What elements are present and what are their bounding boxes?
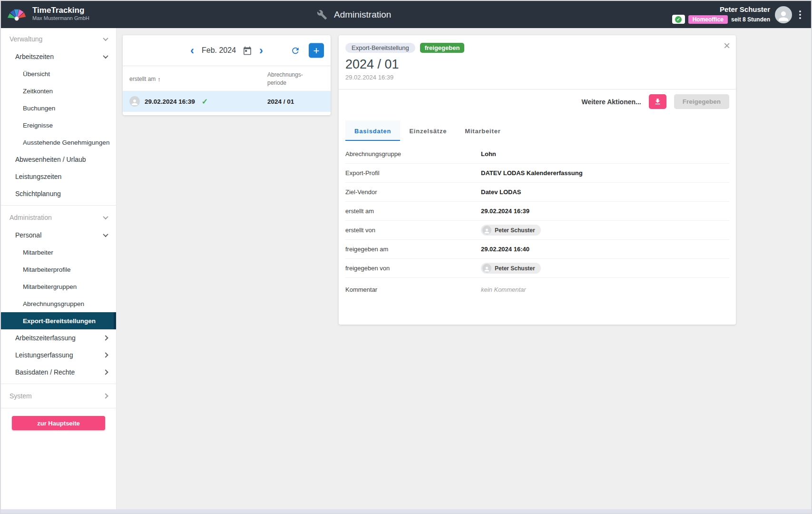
back-to-mainpage-button[interactable]: zur Hauptseite — [12, 416, 105, 430]
calendar-icon — [243, 46, 252, 55]
field-row: erstellt am 29.02.2024 16:39 — [345, 202, 729, 221]
field-row: freigegeben am 29.02.2024 16:40 — [345, 240, 729, 259]
sidebar-item-arbeitszeiten[interactable]: Arbeitszeiten — [1, 48, 116, 65]
person-chip[interactable]: Peter Schuster — [481, 225, 541, 236]
person-icon — [483, 266, 490, 273]
wrench-icon — [317, 10, 327, 20]
more-actions-button[interactable]: Weitere Aktionen... — [581, 98, 641, 106]
sidebar-item-personal[interactable]: Personal — [1, 227, 116, 244]
user-avatar[interactable] — [775, 6, 792, 23]
chevron-down-icon — [103, 53, 108, 59]
tab-mitarbeiter[interactable]: Mitarbeiter — [456, 120, 509, 141]
chevron-down-icon — [103, 232, 108, 237]
chevron-right-icon — [103, 352, 108, 357]
actions-row: Weitere Aktionen... Freigegeben — [339, 89, 736, 114]
chevron-right-icon — [103, 369, 108, 375]
tab-einzelsaetze[interactable]: Einzelsätze — [400, 120, 456, 141]
top-header: TimeTracking Max Mustermann GmbH Adminis… — [1, 1, 811, 28]
export-list-panel: ‹ Feb. 2024 › + — [123, 35, 331, 115]
sidebar-item-export-bereitstellungen[interactable]: Export-Bereitstellungen — [1, 312, 116, 329]
status-duration: seit 8 Stunden — [731, 16, 770, 23]
sidebar-item-leistungserfassung[interactable]: Leistungserfassung — [1, 346, 116, 364]
sidebar-item-schichtplanung[interactable]: Schichtplanung — [1, 185, 116, 202]
sidebar-item-abrechnungsgruppen[interactable]: Abrechnungsgruppen — [1, 295, 116, 312]
user-name: Peter Schuster — [720, 5, 770, 13]
month-label: Feb. 2024 — [202, 46, 236, 55]
chevron-down-icon — [103, 214, 108, 219]
app-logo[interactable]: TimeTracking Max Mustermann GmbH — [7, 3, 89, 23]
calendar-picker-button[interactable] — [243, 46, 252, 55]
sidebar-item-ausstehende-genehmigungen[interactable]: Ausstehende Genehmigungen — [1, 134, 116, 151]
chip-avatar — [482, 226, 491, 235]
sidebar-item-arbeitszeiterfassung[interactable]: Arbeitszeiterfassung — [1, 329, 116, 346]
sidebar: Verwaltung Arbeitszeiten Übersicht Zeitk… — [1, 28, 117, 509]
fan-logo-icon — [7, 3, 28, 23]
download-icon — [654, 98, 662, 106]
sidebar-item-leistungszeiten[interactable]: Leistungszeiten — [1, 168, 116, 185]
field-value: Lohn — [481, 150, 496, 158]
page-title: Administration — [334, 10, 391, 20]
add-export-button[interactable]: + — [309, 43, 324, 58]
sidebar-item-ereignisse[interactable]: Ereignisse — [1, 117, 116, 134]
bottom-scrollbar-track[interactable] — [1, 509, 811, 513]
app-subtitle: Max Mustermann GmbH — [32, 15, 89, 21]
refresh-icon — [291, 46, 300, 55]
field-value-empty: kein Kommentar — [481, 286, 526, 293]
next-month-button[interactable]: › — [258, 46, 264, 55]
field-value: Datev LODAS — [481, 188, 521, 196]
divider — [1, 384, 116, 384]
row-period: 2024 / 01 — [267, 98, 294, 105]
sidebar-section-administration[interactable]: Administration — [1, 208, 116, 227]
tab-basisdaten[interactable]: Basisdaten — [345, 120, 400, 141]
table-header: erstellt am ↑ Abrechnungs- periode — [123, 66, 331, 91]
chevron-right-icon — [103, 335, 108, 340]
freigegeben-button[interactable]: Freigegeben — [674, 94, 729, 109]
person-icon — [130, 98, 139, 107]
person-icon — [776, 9, 791, 23]
column-abrechnungsperiode[interactable]: Abrechnungs- periode — [267, 71, 303, 87]
check-circle-icon: ✓ — [675, 16, 682, 23]
field-value: DATEV LODAS Kalendererfassung — [481, 169, 583, 177]
page-title-group: Administration — [317, 1, 391, 28]
field-row: Abrechnungsgruppe Lohn — [345, 145, 729, 164]
sidebar-item-abwesenheiten-urlaub[interactable]: Abwesenheiten / Urlaub — [1, 151, 116, 168]
prev-month-button[interactable]: ‹ — [189, 46, 195, 55]
close-icon[interactable]: × — [724, 40, 730, 51]
presence-status-button[interactable]: ✓ — [672, 15, 685, 24]
basisdaten-fields: Abrechnungsgruppe Lohn Export-Profil DAT… — [339, 141, 736, 301]
sidebar-section-verwaltung[interactable]: Verwaltung — [1, 30, 116, 48]
user-area: Peter Schuster ✓ Homeoffice seit 8 Stund… — [672, 1, 804, 28]
field-row: erstellt von Peter Schuster — [345, 221, 729, 240]
overflow-menu-button[interactable] — [796, 6, 804, 23]
column-erstellt-am[interactable]: erstellt am ↑ — [129, 71, 267, 87]
export-detail-panel: × Export-Bereitstellung freigegeben 2024… — [339, 35, 736, 325]
status-badge: freigegeben — [420, 43, 465, 53]
sidebar-section-system[interactable]: System — [1, 387, 116, 405]
sidebar-item-mitarbeiterprofile[interactable]: Mitarbeiterprofile — [1, 261, 116, 278]
sidebar-item-buchungen[interactable]: Buchungen — [1, 99, 116, 117]
table-row[interactable]: 29.02.2024 16:39 ✓ 2024 / 01 — [123, 91, 331, 112]
app-title: TimeTracking — [32, 6, 89, 15]
detail-subtitle: 29.02.2024 16:39 — [345, 74, 729, 81]
sidebar-item-basisdaten-rechte[interactable]: Basisdaten / Rechte — [1, 364, 116, 381]
app-window: TimeTracking Max Mustermann GmbH Adminis… — [0, 0, 812, 514]
sidebar-item-mitarbeitergruppen[interactable]: Mitarbeitergruppen — [1, 278, 116, 295]
month-nav-row: ‹ Feb. 2024 › + — [123, 35, 331, 66]
field-value: 29.02.2024 16:39 — [481, 208, 529, 215]
sidebar-item-zeitkonten[interactable]: Zeitkonten — [1, 82, 116, 99]
sort-asc-icon: ↑ — [157, 76, 161, 83]
chip-avatar — [482, 264, 491, 273]
chevron-down-icon — [103, 36, 108, 41]
field-row: Export-Profil DATEV LODAS Kalendererfass… — [345, 164, 729, 183]
sidebar-item-uebersicht[interactable]: Übersicht — [1, 65, 116, 82]
field-row: freigegeben von Peter Schuster — [345, 259, 729, 278]
sidebar-item-mitarbeiter[interactable]: Mitarbeiter — [1, 244, 116, 261]
person-icon — [483, 227, 490, 235]
refresh-button[interactable] — [291, 46, 300, 55]
homeoffice-badge[interactable]: Homeoffice — [688, 15, 728, 24]
detail-title: 2024 / 01 — [345, 57, 729, 72]
person-chip[interactable]: Peter Schuster — [481, 263, 541, 274]
field-row: Kommentar kein Kommentar — [345, 278, 729, 301]
chevron-right-icon — [103, 393, 108, 398]
download-button[interactable] — [649, 94, 666, 109]
